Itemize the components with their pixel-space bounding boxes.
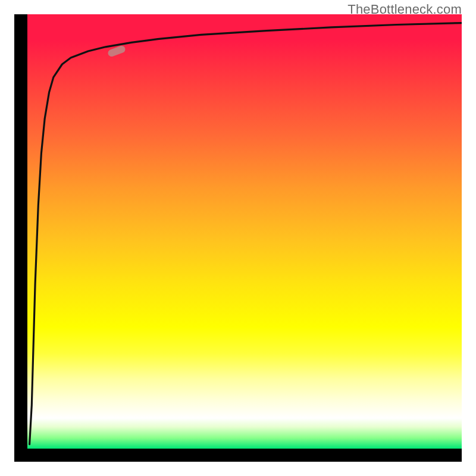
- x-axis-frame: [14, 449, 462, 462]
- bottleneck-curve: [30, 23, 462, 444]
- curve-svg: [27, 14, 462, 449]
- plot-area: [27, 14, 462, 449]
- y-axis-frame: [14, 14, 27, 462]
- bottleneck-chart: TheBottleneck.com: [0, 0, 476, 476]
